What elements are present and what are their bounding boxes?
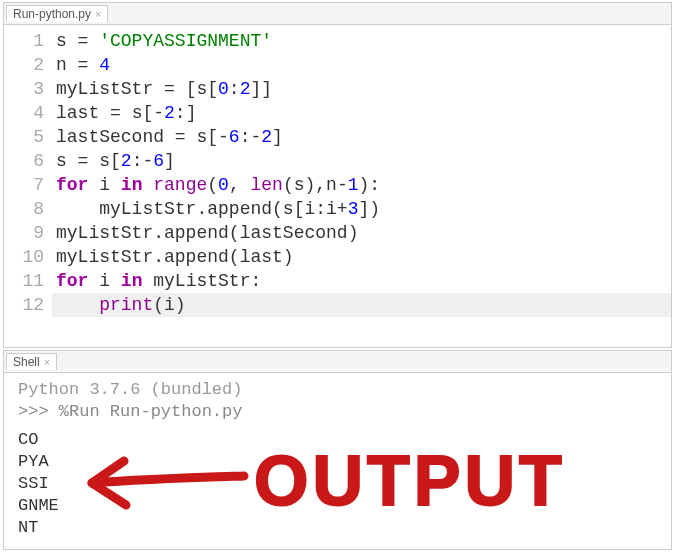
shell-tab-label: Shell [13, 355, 40, 369]
code-line[interactable]: s = s[2:-6] [56, 151, 175, 171]
shell-version-line: Python 3.7.6 (bundled) [18, 379, 661, 401]
shell-body[interactable]: Python 3.7.6 (bundled) >>> %Run Run-pyth… [4, 373, 671, 549]
line-number: 1 [4, 29, 44, 53]
close-icon[interactable]: × [95, 8, 101, 20]
shell-command: %Run Run-python.py [59, 402, 243, 421]
code-area[interactable]: s = 'COPYASSIGNMENT'n = 4myListStr = [s[… [56, 29, 671, 341]
code-line[interactable]: print(i) [52, 293, 671, 317]
line-number: 2 [4, 53, 44, 77]
line-number: 5 [4, 125, 44, 149]
line-number-gutter: 123456789101112 [4, 29, 56, 341]
code-line[interactable]: s = 'COPYASSIGNMENT' [56, 31, 272, 51]
editor-tab-label: Run-python.py [13, 7, 91, 21]
code-line[interactable]: for i in myListStr: [56, 271, 261, 291]
editor-tab-bar: Run-python.py × [4, 3, 671, 25]
shell-output-line: CO [18, 429, 661, 451]
line-number: 4 [4, 101, 44, 125]
code-line[interactable]: lastSecond = s[-6:-2] [56, 127, 283, 147]
shell-output-line: GNME [18, 495, 661, 517]
shell-command-line: >>> %Run Run-python.py [18, 401, 661, 423]
code-line[interactable]: last = s[-2:] [56, 103, 196, 123]
shell-tab[interactable]: Shell × [6, 353, 57, 370]
line-number: 3 [4, 77, 44, 101]
editor-tab[interactable]: Run-python.py × [6, 5, 108, 22]
shell-output-line: SSI [18, 473, 661, 495]
shell-pane: Shell × Python 3.7.6 (bundled) >>> %Run … [3, 350, 672, 550]
code-line[interactable]: myListStr = [s[0:2]] [56, 79, 272, 99]
line-number: 12 [4, 293, 44, 317]
line-number: 7 [4, 173, 44, 197]
shell-output-line: PYA [18, 451, 661, 473]
shell-output: COPYASSIGNMENT [18, 429, 661, 539]
line-number: 11 [4, 269, 44, 293]
code-line[interactable]: for i in range(0, len(s),n-1): [56, 175, 380, 195]
code-line[interactable]: myListStr.append(lastSecond) [56, 223, 358, 243]
editor-body[interactable]: 123456789101112 s = 'COPYASSIGNMENT'n = … [4, 25, 671, 347]
line-number: 6 [4, 149, 44, 173]
code-line[interactable]: myListStr.append(s[i:i+3]) [56, 199, 380, 219]
line-number: 8 [4, 197, 44, 221]
line-number: 10 [4, 245, 44, 269]
close-icon[interactable]: × [44, 356, 50, 368]
shell-output-line: NT [18, 517, 661, 539]
shell-prompt: >>> [18, 402, 59, 421]
code-line[interactable]: n = 4 [56, 55, 110, 75]
code-line[interactable]: myListStr.append(last) [56, 247, 294, 267]
shell-tab-bar: Shell × [4, 351, 671, 373]
line-number: 9 [4, 221, 44, 245]
editor-pane: Run-python.py × 123456789101112 s = 'COP… [3, 2, 672, 348]
